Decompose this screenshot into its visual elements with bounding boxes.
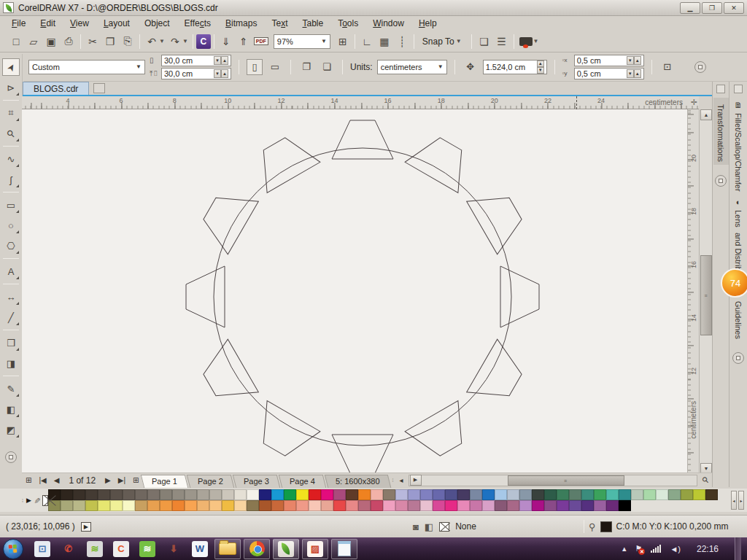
ccleaner-icon[interactable]: C <box>108 539 134 559</box>
color-swatch[interactable] <box>594 500 606 511</box>
vertical-scroll-thumb[interactable]: ≡ <box>700 255 712 335</box>
color-swatch[interactable] <box>85 500 98 511</box>
pick-tool[interactable]: ➤ <box>2 58 20 76</box>
color-swatch[interactable] <box>507 489 519 500</box>
color-swatch[interactable] <box>495 500 507 511</box>
paste-icon[interactable]: ⎘ <box>119 33 136 50</box>
zoom-tool-button[interactable]: ⚲ <box>699 472 712 487</box>
explorer-icon[interactable] <box>214 539 241 559</box>
undo-icon[interactable]: ↶ <box>143 33 160 50</box>
scroll-up-button[interactable]: ▲ <box>700 109 712 120</box>
scroll-right-button[interactable]: ▶ <box>410 475 422 486</box>
docker-tab-transformations[interactable]: Transformations <box>713 98 729 165</box>
new-document-icon[interactable]: □ <box>7 33 25 50</box>
color-swatch[interactable] <box>197 500 209 511</box>
color-swatch[interactable] <box>98 500 110 511</box>
menu-object[interactable]: Object <box>137 17 177 30</box>
color-swatch[interactable] <box>544 489 557 500</box>
menu-tools[interactable]: Tools <box>330 17 365 30</box>
spin-down[interactable]: ▼ <box>627 69 634 78</box>
color-swatch[interactable] <box>358 489 371 500</box>
color-swatch[interactable] <box>371 500 383 511</box>
spin-up[interactable]: ▲ <box>537 61 544 67</box>
color-swatch[interactable] <box>147 500 160 511</box>
curve-tool[interactable]: ʃ <box>2 171 20 188</box>
palette-flyout-icon[interactable]: ▶ <box>26 497 31 504</box>
color-swatch[interactable] <box>519 489 532 500</box>
color-swatch[interactable] <box>557 489 569 500</box>
word-icon[interactable]: W <box>187 539 213 559</box>
polygon-tool[interactable]: ⎔ <box>2 237 20 254</box>
docker-tab-lens[interactable]: ◐Lens <box>734 195 743 230</box>
color-swatch[interactable] <box>643 489 656 500</box>
maximize-button[interactable]: ❐ <box>702 2 722 14</box>
menu-effects[interactable]: Effects <box>177 17 218 30</box>
color-swatch[interactable] <box>296 489 309 500</box>
palette-scroll-left[interactable]: ◂ <box>731 491 737 510</box>
color-swatch[interactable] <box>85 489 98 500</box>
coreldraw-icon[interactable] <box>273 539 299 559</box>
color-swatch[interactable] <box>73 500 85 511</box>
color-swatch[interactable] <box>395 500 408 511</box>
color-swatch[interactable] <box>346 489 358 500</box>
quick-customize-button[interactable] <box>732 352 744 364</box>
color-swatch[interactable] <box>383 500 395 511</box>
action-center-icon[interactable]: ⚑✕ <box>635 544 643 553</box>
color-swatch[interactable] <box>681 489 693 500</box>
nudge-distance-field[interactable]: 1.524,0 cm ▲▼ <box>483 60 547 74</box>
quick-customize-button[interactable] <box>715 175 727 187</box>
drawing-trapezoid[interactable] <box>467 339 531 411</box>
drop-shadow-tool[interactable]: ❒ <box>2 334 20 351</box>
menu-file[interactable]: File <box>4 17 33 30</box>
show-guidelines-icon[interactable]: ┊ <box>393 33 411 50</box>
connector-tool[interactable]: ╱ <box>2 308 20 326</box>
show-rulers-icon[interactable]: ∟ <box>358 33 376 50</box>
color-swatch[interactable] <box>594 489 606 500</box>
color-swatch[interactable] <box>271 489 284 500</box>
color-swatch[interactable] <box>619 489 631 500</box>
color-swatch[interactable] <box>209 500 222 511</box>
import-icon[interactable]: ⇓ <box>217 33 235 50</box>
close-button[interactable]: ✕ <box>724 2 744 14</box>
color-swatch[interactable] <box>48 500 61 511</box>
cut-icon[interactable]: ✂ <box>84 33 101 50</box>
color-swatch[interactable] <box>296 500 309 511</box>
add-page-icon[interactable]: ⊞ <box>22 476 35 484</box>
coordinates-flyout-button[interactable]: ▶ <box>81 522 91 532</box>
landscape-button[interactable]: ▭ <box>267 59 283 75</box>
color-swatch[interactable] <box>61 489 73 500</box>
color-swatch[interactable] <box>197 489 209 500</box>
first-page-icon[interactable]: |◀ <box>35 476 50 484</box>
tray-expand-icon[interactable]: ▴ <box>622 544 627 553</box>
color-swatch[interactable] <box>470 500 482 511</box>
color-swatch[interactable] <box>395 489 408 500</box>
freehand-tool[interactable]: ∿ <box>2 150 20 168</box>
download-manager-icon[interactable]: ⬇ <box>160 539 187 559</box>
color-swatch[interactable] <box>185 489 197 500</box>
color-swatch[interactable] <box>495 489 507 500</box>
scroll-tabs-left-icon[interactable]: ◂ <box>396 476 407 484</box>
options-icon[interactable]: ❏ <box>476 33 493 50</box>
no-color-swatch[interactable] <box>42 495 48 506</box>
drawing-trapezoid[interactable] <box>186 266 225 327</box>
color-swatch[interactable] <box>234 500 247 511</box>
notepad-icon[interactable] <box>331 539 357 559</box>
powerpoint-icon[interactable]: ▨ <box>302 539 328 559</box>
fill-tool[interactable]: ◧ <box>2 400 20 418</box>
color-swatch[interactable] <box>247 500 259 511</box>
color-swatch[interactable] <box>135 500 147 511</box>
dimension-tool[interactable]: ↔ <box>2 288 20 306</box>
docker-tab-fillet-scallop-chamfer[interactable]: 🗎Fillet/Scallop/Chamfer <box>734 98 743 195</box>
publish-pdf-icon[interactable]: PDF <box>252 33 270 50</box>
color-swatch[interactable] <box>185 500 197 511</box>
color-swatch[interactable] <box>110 489 123 500</box>
drawing-trapezoid[interactable] <box>194 339 258 411</box>
color-swatch[interactable] <box>544 500 557 511</box>
color-swatch[interactable] <box>309 489 321 500</box>
color-swatch[interactable] <box>408 489 420 500</box>
docker-collapse-icon[interactable] <box>716 85 725 93</box>
spin-up[interactable]: ▲ <box>634 56 641 65</box>
color-swatch[interactable] <box>408 500 420 511</box>
color-swatch[interactable] <box>346 500 358 511</box>
color-swatch[interactable] <box>284 500 296 511</box>
